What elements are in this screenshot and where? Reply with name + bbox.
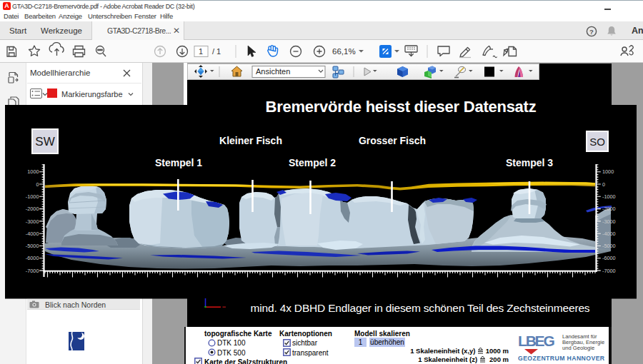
svg-text:Ansichten: Ansichten (256, 67, 290, 76)
svg-text:mind. 4x DBHD Endlager in dies: mind. 4x DBHD Endlager in diesem schönen… (251, 302, 590, 314)
svg-text:und Geologie: und Geologie (562, 345, 594, 351)
svg-text:-4000: -4000 (602, 231, 616, 237)
svg-text:-4000: -4000 (26, 231, 39, 237)
svg-text:Stempel 2: Stempel 2 (289, 157, 336, 168)
svg-text:-5000: -5000 (602, 243, 616, 249)
svg-text:Kleiner Fisch: Kleiner Fisch (219, 135, 282, 146)
svg-text:Grosser Fisch: Grosser Fisch (359, 135, 426, 146)
svg-text:-5000: -5000 (26, 243, 39, 249)
svg-text:-2000: -2000 (602, 206, 616, 212)
svg-text:-7000: -7000 (26, 268, 39, 274)
svg-text:-7000: -7000 (602, 268, 616, 274)
svg-text:-3000: -3000 (602, 218, 616, 225)
svg-text:0: 0 (602, 181, 605, 188)
svg-text:SW: SW (35, 135, 54, 148)
svg-text:-1000: -1000 (602, 193, 616, 200)
svg-text:1000: 1000 (602, 168, 614, 175)
svg-text:-2000: -2000 (26, 206, 39, 212)
svg-text:1000: 1000 (27, 168, 39, 175)
svg-text:Bremervörde heisst dieser Date: Bremervörde heisst dieser Datensatz (266, 98, 537, 116)
svg-text:GEOZENTRUM HANNOVER: GEOZENTRUM HANNOVER (518, 355, 605, 362)
svg-text:SO: SO (589, 136, 605, 148)
svg-text:Stempel 3: Stempel 3 (506, 157, 553, 168)
svg-text:-3000: -3000 (26, 218, 39, 225)
svg-text:0: 0 (36, 181, 39, 188)
svg-text:-6000: -6000 (602, 255, 616, 261)
svg-text:-6000: -6000 (26, 255, 39, 261)
svg-text:Stempel 1: Stempel 1 (155, 157, 202, 168)
svg-text:LBEG: LBEG (518, 333, 554, 349)
svg-text:-1000: -1000 (26, 193, 39, 200)
